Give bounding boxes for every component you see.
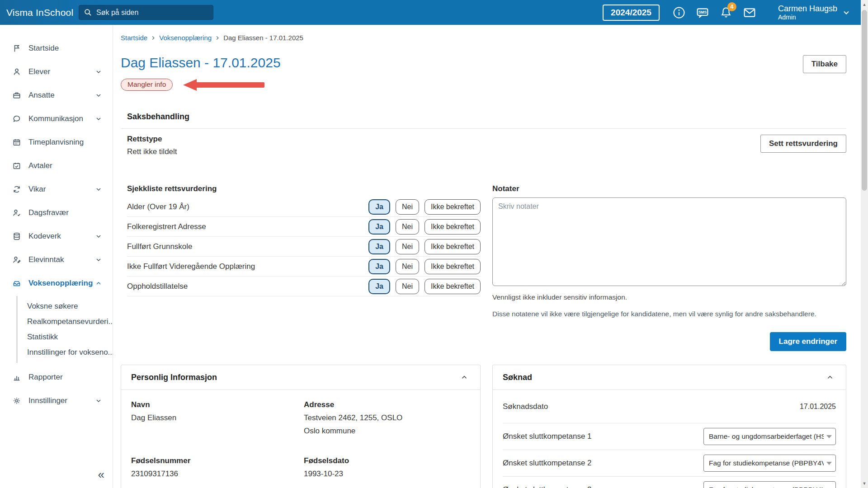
kommune-value: Oslo kommune	[304, 427, 480, 436]
sidebar-item-elevinntak[interactable]: Elevinntak	[0, 248, 113, 272]
checklist-heading: Sjekkliste rettsvurdering	[127, 184, 481, 193]
onsket-sluttkompetanse-2-row: Ønsket sluttkompetanse 2 Fag for studiek…	[503, 450, 836, 477]
flag-icon	[12, 43, 22, 53]
onsket-sluttkompetanse-3-select[interactable]: Fag for studiekompetanse (PBPBY4YK-	[703, 481, 836, 488]
checklist-alder-ja-button[interactable]: Ja	[368, 199, 390, 215]
checklist-item-label: Ikke Fullført Videregående Opplæring	[127, 262, 255, 271]
sidebar-item-vikar[interactable]: Vikar	[0, 178, 113, 201]
collapse-personal-info-button[interactable]	[458, 371, 470, 383]
soknadsdato-row: Søknadsdato 17.01.2025	[503, 390, 836, 423]
sidebar-item-kommunikasjon[interactable]: Kommunikasjon	[0, 107, 113, 131]
adresse-value: Testveien 2462, 1255, OSLO	[304, 413, 480, 422]
back-button[interactable]: Tilbake	[803, 55, 846, 73]
sidebar-item-kodeverk[interactable]: Kodeverk	[0, 225, 113, 248]
checklist-videregaende-ja-button[interactable]: Ja	[368, 259, 390, 274]
sidebar-item-elever[interactable]: Elever	[0, 60, 113, 84]
chevron-up-icon	[94, 279, 103, 287]
sms-icon[interactable]: SMS	[695, 5, 710, 20]
vertical-scrollbar[interactable]: ▲ ▼	[861, 0, 868, 488]
status-badge: Mangler info	[121, 79, 173, 91]
navn-value: Dag Eliassen	[131, 413, 304, 422]
school-year-button[interactable]: 2024/2025	[603, 5, 660, 21]
sidebar-item-voksenopplaering[interactable]: Voksenopplæring	[0, 272, 113, 295]
checklist-adresse-nei-button[interactable]: Nei	[396, 219, 419, 235]
save-button[interactable]: Lagre endringer	[770, 332, 846, 351]
scrollbar-up-icon[interactable]: ▲	[861, 1, 868, 8]
app-logo[interactable]: Visma InSchool	[0, 7, 79, 18]
checklist-grunnskole-ikke-bekreftet-button[interactable]: Ikke bekreftet	[425, 239, 481, 254]
onsket-sluttkompetanse-1-select[interactable]: Barne- og ungdomsarbeiderfaget (HSE	[703, 428, 836, 445]
mail-icon[interactable]	[742, 5, 757, 20]
sidebar-item-innstillinger-voksenopplaering[interactable]: Innstillinger for vokseno...	[18, 345, 113, 360]
breadcrumb-startside[interactable]: Startside	[121, 34, 147, 42]
onsket-sluttkompetanse-2-label: Ønsket sluttkompetanse 2	[503, 459, 592, 468]
checklist-alder-nei-button[interactable]: Nei	[396, 199, 419, 215]
sidebar-item-avtaler[interactable]: Avtaler	[0, 154, 113, 178]
sidebar-item-voksne-sokere[interactable]: Voksne søkere	[18, 299, 113, 314]
sidebar-item-ansatte[interactable]: Ansatte	[0, 84, 113, 107]
sidebar-item-startside[interactable]: Startside	[0, 37, 113, 60]
sidebar-item-rapporter[interactable]: Rapporter	[0, 366, 113, 389]
dropdown-arrow-icon	[826, 435, 832, 438]
sidebar-item-statistikk[interactable]: Statistikk	[18, 329, 113, 345]
chevron-down-icon	[94, 232, 103, 240]
checklist-grunnskole-ja-button[interactable]: Ja	[368, 239, 390, 254]
scrollbar-down-icon[interactable]: ▼	[861, 480, 868, 487]
checklist-oppholdstillatelse-ikke-bekreftet-button[interactable]: Ikke bekreftet	[425, 279, 481, 294]
sidebar: Startside Elever Ansatte	[0, 25, 113, 488]
checklist-grunnskole-nei-button[interactable]: Nei	[396, 239, 419, 254]
checklist-adresse-ikke-bekreftet-button[interactable]: Ikke bekreftet	[425, 219, 481, 235]
onsket-sluttkompetanse-1-label: Ønsket sluttkompetanse 1	[503, 432, 592, 441]
fodselsnummer-value: 23109317136	[131, 469, 304, 479]
onsket-sluttkompetanse-3-label: Ønsket sluttkompetanse 3	[503, 485, 592, 488]
bell-icon[interactable]: 4	[718, 5, 734, 20]
breadcrumb-current: Dag Eliassen - 17.01.2025	[223, 34, 303, 42]
notater-textarea[interactable]	[492, 197, 846, 286]
user-name: Carmen Haugsb	[778, 4, 837, 14]
application-window: Visma InSchool 2024/2025 SMS	[0, 0, 868, 488]
checklist-videregaende-nei-button[interactable]: Nei	[396, 259, 419, 274]
checklist-oppholdstillatelse-nei-button[interactable]: Nei	[396, 279, 419, 294]
checklist-adresse-ja-button[interactable]: Ja	[368, 219, 390, 235]
chevron-up-icon	[460, 373, 468, 381]
checklist-item-label: Alder (Over 19 År)	[127, 202, 189, 211]
info-icon[interactable]	[671, 5, 687, 20]
chevron-down-icon	[94, 68, 103, 76]
sidebar-item-timeplanvisning[interactable]: Timeplanvisning	[0, 131, 113, 154]
breadcrumb-voksenopplaering[interactable]: Voksenopplæring	[159, 34, 212, 42]
sidebar-item-dagsfravaer[interactable]: Dagsfravær	[0, 201, 113, 225]
adresse-label: Adresse	[304, 400, 480, 409]
checklist-videregaende-ikke-bekreftet-button[interactable]: Ikke bekreftet	[425, 259, 481, 274]
collapse-soknad-button[interactable]	[824, 371, 836, 383]
onsket-sluttkompetanse-1-row: Ønsket sluttkompetanse 1 Barne- og ungdo…	[503, 423, 836, 450]
student-icon	[12, 67, 22, 77]
checklist-alder-ikke-bekreftet-button[interactable]: Ikke bekreftet	[425, 199, 481, 215]
chevron-down-icon	[94, 397, 103, 405]
personal-info-card: Personlig Informasjon Navn Dag Eliassen …	[121, 365, 481, 488]
global-search[interactable]	[79, 5, 213, 20]
rettstype-field: Rettstype Rett ikke tildelt	[127, 135, 177, 156]
chat-icon	[12, 114, 22, 124]
topbar: Visma InSchool 2024/2025 SMS	[0, 0, 861, 25]
notater-section: Notater Vennligst ikke inkluder sensitiv…	[492, 184, 846, 318]
scrollbar-thumb[interactable]	[862, 10, 867, 191]
chevron-down-icon	[842, 8, 851, 17]
collapse-sidebar-icon[interactable]: «	[98, 468, 104, 482]
soknad-card-title: Søknad	[503, 373, 532, 382]
calendar-icon	[12, 137, 22, 147]
chevron-down-icon	[94, 91, 103, 99]
search-icon	[84, 8, 92, 17]
checklist-row-ikke-fullfort-videregaende: Ikke Fullført Videregående Opplæring Ja …	[127, 257, 481, 277]
user-menu[interactable]: Carmen Haugsb Admin	[778, 4, 851, 21]
checklist-row-folkeregistrert-adresse: Folkeregistrert Adresse Ja Nei Ikke bekr…	[127, 217, 481, 237]
inbox-icon	[12, 278, 22, 288]
sidebar-item-innstillinger[interactable]: Innstillinger	[0, 389, 113, 413]
onsket-sluttkompetanse-2-select[interactable]: Fag for studiekompetanse (PBPBY4VO	[703, 455, 836, 472]
annotation-arrow	[183, 79, 265, 91]
search-input[interactable]	[96, 9, 208, 17]
sett-rettsvurdering-button[interactable]: Sett rettsvurdering	[760, 135, 846, 153]
checklist-oppholdstillatelse-ja-button[interactable]: Ja	[368, 279, 390, 294]
checklist-item-label: Fullført Grunnskole	[127, 242, 193, 251]
sidebar-item-realkompetansevurdering[interactable]: Realkompetansevurderi...	[18, 314, 113, 329]
voksenopplaering-submenu: Voksne søkere Realkompetansevurderi... S…	[16, 296, 113, 363]
